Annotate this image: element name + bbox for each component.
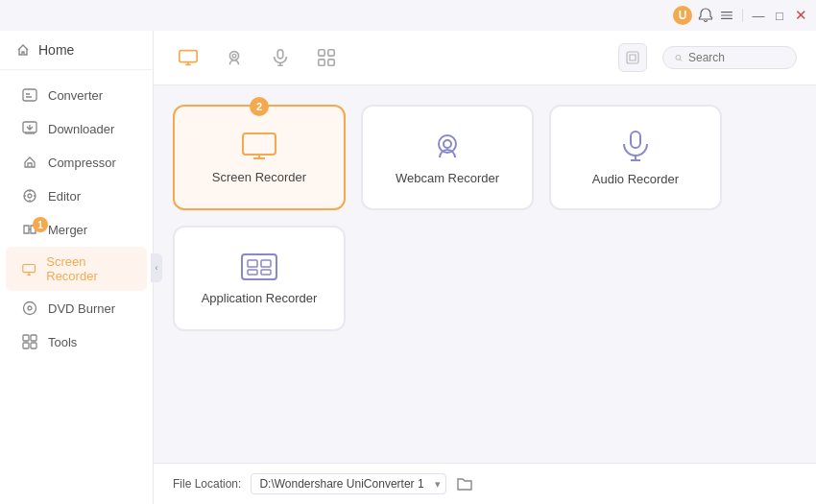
sidebar-item-dvd-burner[interactable]: DVD Burner	[6, 292, 147, 324]
svg-rect-14	[180, 51, 197, 62]
sidebar-item-label: Compressor	[48, 156, 116, 170]
sidebar-collapse-button[interactable]: ‹	[151, 253, 162, 282]
folder-icon	[456, 476, 473, 492]
cards-area: 2 Screen Recorder Webcam Recorder	[154, 85, 816, 463]
menu-button[interactable]	[719, 8, 734, 23]
webcam-recorder-card-icon	[430, 131, 465, 161]
svg-rect-3	[23, 89, 36, 101]
file-location-bar: File Location: D:\Wondershare UniConvert…	[154, 463, 816, 504]
minimize-button[interactable]: —	[751, 8, 766, 23]
toolbar	[154, 31, 816, 85]
svg-rect-11	[31, 335, 36, 341]
sidebar-item-label: Editor	[48, 189, 81, 204]
svg-rect-1	[721, 14, 732, 15]
audio-recorder-card-icon	[618, 130, 653, 162]
close-button[interactable]: ✕	[793, 8, 808, 23]
user-avatar[interactable]: U	[673, 6, 692, 25]
card-webcam-recorder[interactable]: Webcam Recorder	[361, 105, 534, 210]
cards-row-2: Application Recorder	[173, 226, 797, 331]
card-badge: 2	[250, 97, 269, 116]
svg-rect-17	[277, 50, 283, 59]
svg-rect-2	[721, 18, 732, 19]
svg-rect-7	[23, 264, 36, 272]
card-screen-recorder[interactable]: 2 Screen Recorder	[173, 105, 346, 210]
search-input[interactable]	[688, 51, 784, 64]
svg-rect-28	[242, 254, 276, 279]
svg-rect-29	[248, 260, 257, 267]
card-label: Screen Recorder	[212, 170, 306, 184]
sidebar-item-compressor[interactable]: Compressor	[6, 146, 147, 179]
maximize-button[interactable]: □	[772, 8, 787, 23]
card-application-recorder[interactable]: Application Recorder	[173, 226, 346, 331]
svg-point-8	[24, 302, 36, 315]
file-location-select-wrapper: D:\Wondershare UniConverter 1	[251, 473, 446, 494]
sidebar-item-label: DVD Burner	[48, 301, 115, 316]
card-label: Audio Recorder	[592, 172, 679, 186]
file-location-select[interactable]: D:\Wondershare UniConverter 1	[251, 473, 446, 494]
sidebar-item-label: Tools	[48, 335, 77, 349]
svg-rect-19	[328, 50, 334, 56]
search-icon	[675, 52, 683, 64]
file-location-label: File Location:	[173, 477, 241, 491]
svg-rect-21	[328, 60, 334, 65]
svg-point-9	[28, 306, 32, 310]
main-content: 2 Screen Recorder Webcam Recorder	[154, 31, 816, 504]
svg-rect-22	[627, 52, 638, 63]
svg-point-26	[444, 140, 451, 148]
application-recorder-card-icon	[240, 252, 278, 281]
title-bar: U — □ ✕	[0, 0, 816, 31]
svg-rect-13	[31, 343, 36, 348]
svg-point-16	[232, 54, 236, 58]
svg-point-23	[676, 55, 681, 60]
sidebar-item-screen-recorder[interactable]: Screen Recorder	[6, 247, 147, 291]
divider	[742, 9, 743, 22]
sidebar-item-label: Converter	[48, 88, 103, 103]
sidebar-item-merger[interactable]: Merger 1	[6, 213, 147, 246]
card-audio-recorder[interactable]: Audio Recorder	[549, 105, 722, 210]
sidebar-item-label: Merger	[48, 223, 87, 237]
svg-point-6	[28, 194, 32, 198]
sidebar-item-editor[interactable]: Editor	[6, 180, 147, 212]
svg-rect-30	[261, 260, 271, 267]
svg-rect-32	[261, 270, 271, 275]
svg-rect-12	[23, 343, 29, 348]
svg-rect-24	[243, 133, 276, 155]
add-button[interactable]	[618, 43, 647, 72]
sidebar-item-tools[interactable]: Tools	[6, 325, 147, 358]
svg-rect-31	[248, 270, 257, 275]
merger-badge: 1	[33, 217, 48, 232]
cards-row-1: 2 Screen Recorder Webcam Recorder	[173, 105, 797, 210]
sidebar-item-converter[interactable]: Converter	[6, 79, 147, 111]
svg-rect-18	[319, 50, 324, 56]
svg-point-15	[229, 52, 238, 60]
folder-browse-button[interactable]	[456, 476, 473, 492]
home-button[interactable]: Home	[0, 31, 153, 70]
home-label: Home	[38, 42, 74, 58]
svg-rect-10	[23, 335, 29, 341]
sidebar-item-label: Screen Recorder	[46, 254, 132, 283]
toolbar-screen-icon[interactable]	[173, 42, 204, 73]
sidebar-item-label: Downloader	[48, 122, 114, 136]
app-body: Home Converter Downloader	[0, 31, 816, 504]
card-label: Application Recorder	[202, 291, 318, 305]
toolbar-webcam-icon[interactable]	[219, 42, 250, 73]
sidebar-item-downloader[interactable]: Downloader	[6, 112, 147, 145]
notification-button[interactable]	[698, 8, 713, 23]
svg-rect-0	[721, 12, 732, 12]
toolbar-audio-icon[interactable]	[265, 42, 296, 73]
search-bar	[662, 46, 797, 69]
toolbar-apps-icon[interactable]	[311, 42, 342, 73]
card-label: Webcam Recorder	[396, 171, 499, 185]
sidebar-nav: Converter Downloader Compressor	[0, 70, 153, 504]
screen-recorder-card-icon	[241, 132, 277, 160]
svg-rect-27	[631, 132, 640, 148]
svg-rect-20	[319, 60, 324, 65]
sidebar: Home Converter Downloader	[0, 31, 154, 504]
